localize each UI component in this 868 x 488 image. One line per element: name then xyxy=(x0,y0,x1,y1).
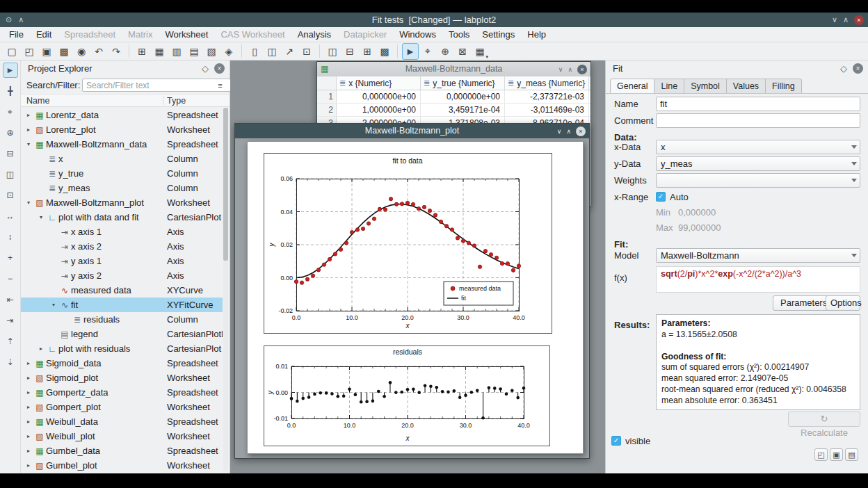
menu-worksheet[interactable]: Worksheet xyxy=(159,27,214,42)
spreadsheet-window-titlebar[interactable]: ▦ Maxwell-Boltzmann_data ∨ ∧ × xyxy=(317,62,590,76)
fit-to-page-button[interactable]: ⊡ xyxy=(298,43,315,60)
zoom-select-mode-button[interactable]: ⊕ xyxy=(437,43,453,60)
options-button[interactable]: Options xyxy=(826,295,860,311)
residuals-plot-svg[interactable]: 0.010.020.030.040.0-0.010.000.01xyresidu… xyxy=(264,345,550,446)
spreadsheet-corner[interactable] xyxy=(317,76,337,90)
tab-line[interactable]: Line xyxy=(654,79,684,94)
name-field[interactable] xyxy=(656,97,860,111)
tree-row[interactable]: ▸∟plot with residualsCartesianPlot xyxy=(21,341,223,356)
grid-options-button[interactable]: ▦▾ xyxy=(472,43,488,60)
undo-button[interactable]: ↶ xyxy=(90,43,107,60)
tree-row[interactable]: ⇥x axis 2Axis xyxy=(21,239,223,254)
close-window-icon[interactable]: × xyxy=(576,127,586,136)
tree-collapsed-arrow-icon[interactable]: ▸ xyxy=(24,112,33,118)
filter-options-button[interactable]: ≡ xyxy=(214,80,226,91)
auto-scale-y-button[interactable]: ↕ xyxy=(3,229,18,245)
new-workbook-button[interactable]: ⊞ xyxy=(134,43,150,60)
redo-button[interactable]: ↷ xyxy=(108,43,124,60)
new-file-button[interactable]: ▢ xyxy=(3,43,20,60)
navigation-mode-button[interactable]: ⌖ xyxy=(3,104,18,120)
weights-select[interactable] xyxy=(656,173,860,188)
spreadsheet-column-header[interactable]: ≣y_meas {Numeric} xyxy=(505,76,589,90)
page-view-button[interactable]: ▯ xyxy=(246,43,263,60)
template-save-button[interactable]: ▣ xyxy=(830,448,843,461)
visible-checkbox[interactable]: ✓ xyxy=(611,436,621,446)
zoom-x-select-mode-button[interactable]: ⊟ xyxy=(3,146,18,161)
select-mode-button[interactable]: ► xyxy=(402,43,419,60)
tree-row[interactable]: ▸▦Gumbel_dataSpreadsheet xyxy=(21,444,223,458)
worksheet-window-titlebar[interactable]: Maxwell-Boltzmann_plot ∨ ∧ × xyxy=(235,124,589,138)
template-default-button[interactable]: ▤ xyxy=(845,448,858,461)
shade-window-icon[interactable]: ∨ xyxy=(558,66,563,73)
tree-row[interactable]: ≣y_trueColumn xyxy=(21,166,223,181)
spreadsheet-cell[interactable]: 0,000000e+00 xyxy=(337,90,421,103)
menu-tools[interactable]: Tools xyxy=(442,27,476,42)
dual-page-view-button[interactable]: ◫ xyxy=(264,43,280,60)
tab-filling[interactable]: Filling xyxy=(766,79,802,94)
crosshair-mode-button[interactable]: ╋ xyxy=(3,83,18,99)
zoom-in-button[interactable]: + xyxy=(3,250,18,266)
scrollbar-handle[interactable] xyxy=(223,108,228,261)
export-worksheet-button[interactable]: ↗ xyxy=(281,43,298,60)
tree-row[interactable]: ▤legendCartesianPlotL xyxy=(21,327,223,341)
navigation-mode-button[interactable]: ⌖ xyxy=(419,43,436,60)
print-preview-button[interactable]: ◉ xyxy=(73,43,90,60)
shift-up-y-button[interactable]: ⇡ xyxy=(3,334,18,349)
tree-row[interactable]: ▸▦Gompertz_dataSpreadsheet xyxy=(21,385,223,400)
auto-scale-button[interactable]: ⊡ xyxy=(3,188,18,203)
search-input[interactable] xyxy=(82,79,231,92)
tree-row[interactable]: ▸▦Lorentz_dataSpreadsheet xyxy=(21,108,223,122)
tree-row[interactable]: ▸▧Weibull_plotWorksheet xyxy=(21,429,223,444)
split-vertical-button[interactable]: ◫ xyxy=(324,43,341,60)
zoom-select-mode-button[interactable]: ⊕ xyxy=(3,125,18,140)
tree-expanded-arrow-icon[interactable]: ▾ xyxy=(36,214,46,220)
maximize-button[interactable]: ∧ xyxy=(843,15,849,24)
tree-collapsed-arrow-icon[interactable]: ▸ xyxy=(24,389,33,396)
save-project-button[interactable]: ▣ xyxy=(38,43,55,60)
cascade-windows-button[interactable]: ▩ xyxy=(376,43,393,60)
tree-expanded-arrow-icon[interactable]: ▾ xyxy=(49,302,58,308)
column-header-name[interactable]: Name xyxy=(26,95,49,107)
menu-analysis[interactable]: Analysis xyxy=(291,27,337,42)
shift-left-x-button[interactable]: ⇤ xyxy=(3,292,18,307)
maximize-window-icon[interactable]: ∧ xyxy=(568,66,572,73)
select-edit-mode-button[interactable]: ► xyxy=(3,63,18,78)
tree-row[interactable]: ▾▦Maxwell-Boltzmann_dataSpreadsheet xyxy=(21,137,223,152)
new-notes-button[interactable]: ▧ xyxy=(203,43,220,60)
new-worksheet-button[interactable]: ▤ xyxy=(186,43,202,60)
shade-window-icon[interactable]: ∨ xyxy=(557,128,562,135)
tree-row[interactable]: ▾∟plot with data and fitCartesianPlot xyxy=(21,210,223,225)
titlebar-menu-button[interactable]: ∨ xyxy=(832,15,837,24)
ydata-select[interactable]: y_meas xyxy=(656,156,860,171)
tree-collapsed-arrow-icon[interactable]: ▸ xyxy=(24,418,33,425)
shift-down-y-button[interactable]: ⇣ xyxy=(3,355,18,370)
auto-scale-x-button[interactable]: ↔ xyxy=(3,209,18,224)
model-select[interactable]: Maxwell-Boltzmann xyxy=(656,248,860,263)
tree-collapsed-arrow-icon[interactable]: ▸ xyxy=(24,375,33,381)
worksheet-page[interactable]: 0.010.020.030.040.0-0.020.000.020.040.06… xyxy=(247,141,584,454)
tree-expanded-arrow-icon[interactable]: ▾ xyxy=(24,141,33,147)
tree-collapsed-arrow-icon[interactable]: ▸ xyxy=(24,127,33,133)
formula-field[interactable]: sqrt(2/pi)*x^2*exp(-x^2/(2*a^2))/a^3 xyxy=(656,266,860,293)
tab-symbol[interactable]: Symbol xyxy=(684,79,727,94)
tree-row[interactable]: ▸▦Weibull_dataSpreadsheet xyxy=(21,414,223,429)
row-number[interactable]: 2 xyxy=(317,104,337,116)
float-dock-icon[interactable]: ◇ xyxy=(202,63,209,74)
close-dock-icon[interactable]: × xyxy=(853,63,863,74)
tree-row[interactable]: ⇥y axis 1Axis xyxy=(21,254,223,268)
close-button[interactable]: × xyxy=(854,15,864,25)
spreadsheet-column-header[interactable]: ≣y_true {Numeric} xyxy=(421,76,505,90)
tree-collapsed-arrow-icon[interactable]: ▸ xyxy=(24,448,33,454)
split-horizontal-button[interactable]: ⊟ xyxy=(341,43,358,60)
tree-row[interactable]: ⇥y axis 2Axis xyxy=(21,268,223,283)
tree-collapsed-arrow-icon[interactable]: ▸ xyxy=(36,345,46,352)
menu-edit[interactable]: Edit xyxy=(30,27,58,42)
tree-collapsed-arrow-icon[interactable]: ▸ xyxy=(24,360,33,366)
tree-row[interactable]: ▸▦Sigmoid_dataSpreadsheet xyxy=(21,356,223,371)
shift-right-x-button[interactable]: ⇥ xyxy=(3,313,18,328)
row-number[interactable]: 1 xyxy=(317,90,337,103)
tree-row[interactable]: ⇥x axis 1Axis xyxy=(21,225,223,239)
tree-collapsed-arrow-icon[interactable]: ▸ xyxy=(24,433,33,439)
tree-row[interactable]: ≣y_measColumn xyxy=(21,181,223,195)
open-project-button[interactable]: ◰ xyxy=(21,43,38,60)
